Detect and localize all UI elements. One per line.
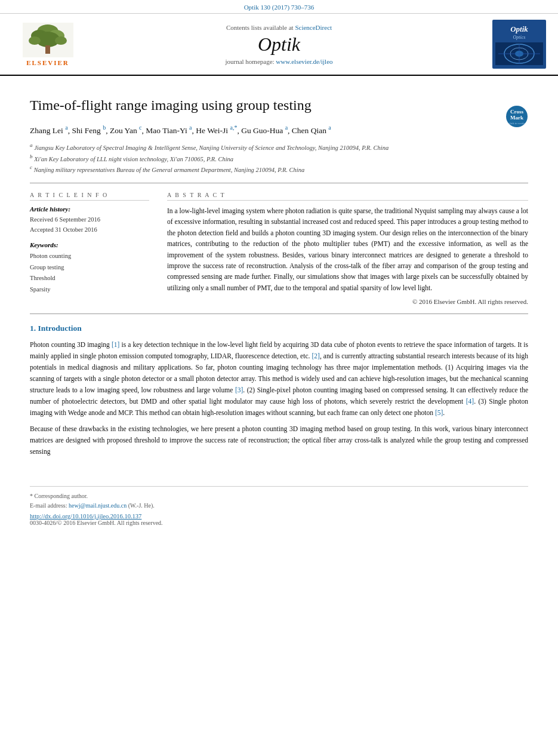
keyword-group-testing: Group testing [30,262,149,273]
elsevier-tree-icon [23,23,73,57]
affiliation-b: b Xi'an Key Laboratory of LLL night visi… [30,153,528,164]
article-info-label: A R T I C L E I N F O [30,192,149,201]
divider-2 [30,314,528,314]
footer-corresponding-note: * Corresponding author. E-mail address: … [30,491,528,511]
email-label: E-mail address: [30,502,67,509]
svg-point-6 [29,36,41,45]
corresponding-label: * Corresponding author. [30,493,88,499]
journal-reference: Optik 130 (2017) 730–736 [0,0,558,14]
ref-3[interactable]: [3] [235,386,243,394]
elsevier-logo: ELSEVIER [12,23,84,66]
keywords-label: Keywords: [30,241,149,248]
divider-1 [30,183,528,183]
svg-text:Optics: Optics [513,35,526,40]
svg-text:Mark: Mark [510,115,523,121]
copyright-line: © 2016 Elsevier GmbH. All rights reserve… [167,298,528,305]
elsevier-brand-text: ELSEVIER [26,59,69,66]
abstract-label: A B S T R A C T [167,192,528,201]
ref-2[interactable]: [2] [312,352,319,359]
svg-rect-5 [45,45,50,54]
svg-text:Cross: Cross [510,109,523,115]
journal-center-info: Contents lists available at ScienceDirec… [84,24,474,65]
footer-issn: 0030-4026/© 2016 Elsevier GmbH. All righ… [30,520,528,526]
optik-logo-icon: Optik Optics [492,20,546,69]
keyword-photon-counting: Photon counting [30,251,149,262]
abstract-column: A B S T R A C T In a low-light-level ima… [167,192,528,305]
authors-line: Zhang Lei a, Shi Feng b, Zou Yan c, Mao … [30,123,528,137]
journal-ref-text: Optik 130 (2017) 730–736 [244,4,315,11]
affiliation-c: c Nanjing military representatives Burea… [30,164,528,174]
svg-point-7 [55,36,67,45]
sciencedirect-link[interactable]: ScienceDirect [295,24,332,31]
optik-logo-box: Optik Optics [474,20,546,69]
crossmark-badge: Cross Mark click to verify [500,105,528,128]
svg-text:Optik: Optik [510,24,528,33]
abstract-text: In a low-light-level imaging system wher… [167,205,528,293]
ref-4[interactable]: [4] [466,398,474,405]
ref-1[interactable]: [1] [112,341,119,348]
homepage-url[interactable]: www.elsevier.de/ijleo [276,58,332,65]
received-date: Received 6 September 2016 [30,215,149,225]
introduction-title: 1. Introduction [30,324,528,333]
intro-paragraph-2: Because of these drawbacks in the existi… [30,423,528,457]
article-history-label: Article history: [30,205,149,213]
homepage-text: journal homepage: [225,58,274,65]
email-attribution: (W.-J. He). [128,502,155,509]
main-content: Time-of-flight range imaging using group… [0,76,558,474]
contents-text: Contents lists available at [226,24,294,31]
contents-available-line: Contents lists available at ScienceDirec… [84,24,474,31]
affiliation-a: a Jiangsu Key Laboratory of Spectral Ima… [30,142,528,152]
keyword-threshold: Threshold [30,273,149,284]
article-info-column: A R T I C L E I N F O Article history: R… [30,192,149,305]
page-footer: * Corresponding author. E-mail address: … [30,486,528,531]
keyword-sparsity: Sparsity [30,284,149,296]
accepted-date: Accepted 31 October 2016 [30,225,149,235]
journal-name: Optik [84,33,474,56]
affiliations: a Jiangsu Key Laboratory of Spectral Ima… [30,142,528,174]
introduction-section: 1. Introduction Photon counting 3D imagi… [30,324,528,457]
doi-link[interactable]: http://dx.doi.org/10.1016/j.ijleo.2016.1… [30,513,141,520]
intro-paragraph-1: Photon counting 3D imaging [1] is a key … [30,339,528,419]
author-email-link[interactable]: hewj@mail.njust.edu.cn [69,502,127,509]
article-info-abstract-section: A R T I C L E I N F O Article history: R… [30,192,528,305]
svg-text:click to verify: click to verify [508,122,526,125]
homepage-line: journal homepage: www.elsevier.de/ijleo [84,58,474,65]
journal-header: ELSEVIER Contents lists available at Sci… [0,14,558,76]
article-title: Time-of-flight range imaging using group… [30,96,528,115]
footer-doi: http://dx.doi.org/10.1016/j.ijleo.2016.1… [30,513,528,520]
ref-5[interactable]: [5] [435,409,443,416]
